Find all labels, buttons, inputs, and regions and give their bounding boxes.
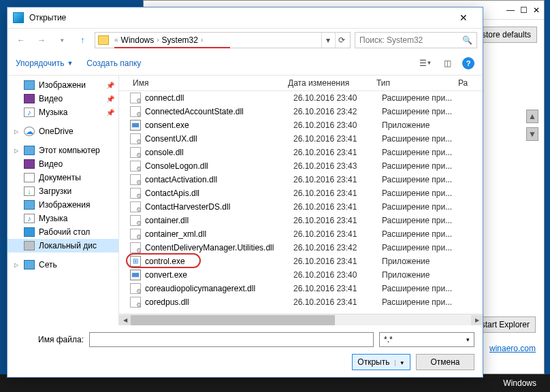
sidebar-item[interactable]: Видео (7, 157, 118, 171)
bg-minimize-icon[interactable]: — (506, 5, 515, 15)
scroll-track[interactable] (131, 315, 471, 325)
tree-item-icon (24, 80, 35, 90)
file-date: 26.10.2016 23:41 (293, 175, 382, 184)
column-name[interactable]: Имя (119, 78, 282, 88)
file-name: convert.exe (145, 270, 293, 280)
column-type[interactable]: Тип (371, 78, 453, 88)
file-date: 26.10.2016 23:43 (293, 161, 382, 171)
search-box[interactable]: 🔍 (355, 32, 477, 48)
dll-file-icon (130, 133, 141, 144)
sidebar-item[interactable]: Локальный дис (7, 239, 118, 252)
move-up-icon[interactable]: ▲ (526, 110, 538, 123)
column-size[interactable]: Ра (453, 78, 483, 88)
sidebar-item[interactable]: Загрузки (7, 184, 118, 198)
file-row[interactable]: coreaudiopolicymanagerext.dll26.10.2016 … (119, 282, 483, 295)
file-row[interactable]: console.dll26.10.2016 23:41Расширение пр… (119, 146, 483, 159)
tree-item-label: Рабочий стол (39, 227, 90, 237)
chevron-right-icon[interactable]: › (157, 36, 159, 44)
chevron-right-icon[interactable]: › (201, 36, 203, 44)
dll-file-icon (130, 229, 141, 240)
new-folder-button[interactable]: Создать папку (86, 59, 141, 68)
file-row[interactable]: coredpus.dll26.10.2016 23:41Расширение п… (119, 295, 483, 309)
file-date: 26.10.2016 23:41 (293, 134, 382, 144)
view-options-icon[interactable]: ☰ ▼ (419, 57, 432, 69)
tree-item-icon (24, 260, 35, 270)
column-date[interactable]: Дата изменения (282, 78, 371, 88)
scroll-left-icon[interactable]: ◀ (119, 315, 131, 325)
navigation-bar: ← → ▾ ↑ « Windows › System32 › ▾ ⟳ 🔍 (7, 28, 483, 51)
preview-pane-icon[interactable]: ◫ (440, 57, 454, 69)
open-file-dialog: Открытие ✕ ← → ▾ ↑ « Windows › System32 … (7, 7, 483, 378)
search-icon[interactable]: 🔍 (462, 35, 472, 45)
file-row[interactable]: container.dll26.10.2016 23:41Расширение … (119, 214, 483, 227)
recent-dropdown-icon[interactable]: ▾ (54, 32, 70, 48)
file-type: Расширение при... (382, 229, 464, 239)
column-headers[interactable]: Имя Дата изменения Тип Ра (119, 76, 483, 91)
file-row[interactable]: connect.dll26.10.2016 23:40Расширение пр… (119, 91, 483, 105)
expand-icon[interactable]: ▷ (14, 148, 18, 154)
expand-icon[interactable]: ▷ (14, 262, 18, 268)
sidebar-item[interactable]: Видео📌 (7, 92, 118, 105)
pin-icon: 📌 (106, 82, 114, 89)
file-row[interactable]: ContactHarvesterDS.dll26.10.2016 23:41Ра… (119, 200, 483, 214)
search-input[interactable] (359, 35, 462, 45)
file-date: 26.10.2016 23:42 (293, 107, 382, 116)
help-icon[interactable]: ? (462, 57, 474, 69)
file-row[interactable]: consent.exe26.10.2016 23:40Приложение (119, 118, 483, 132)
expand-icon[interactable]: ▷ (14, 129, 18, 135)
file-list[interactable]: connect.dll26.10.2016 23:40Расширение пр… (119, 91, 483, 314)
refresh-icon[interactable]: ⟳ (335, 33, 347, 48)
scroll-right-icon[interactable]: ▶ (471, 315, 483, 325)
breadcrumb[interactable]: « Windows › System32 › ▾ ⟳ (95, 32, 351, 48)
sidebar-item[interactable]: Музыка📌 (7, 105, 118, 119)
filename-input[interactable] (89, 332, 374, 347)
horizontal-scrollbar[interactable]: ◀ ▶ (119, 314, 483, 325)
bg-maximize-icon[interactable]: ☐ (520, 5, 528, 15)
navigation-tree[interactable]: Изображени📌Видео📌Музыка📌▷OneDrive▷Этот к… (7, 76, 119, 325)
file-row[interactable]: control.exe26.10.2016 23:41Приложение (119, 255, 483, 268)
file-row[interactable]: ContactApis.dll26.10.2016 23:41Расширени… (119, 186, 483, 200)
winaero-link[interactable]: winaero.com (489, 344, 536, 353)
file-row[interactable]: convert.exe26.10.2016 23:40Приложение (119, 268, 483, 282)
open-button[interactable]: Открыть ▼ (352, 354, 410, 370)
breadcrumb-windows[interactable]: Windows (121, 35, 155, 45)
sidebar-item[interactable]: ▷Сеть (7, 258, 118, 272)
sidebar-item[interactable]: ▷Этот компьютер (7, 144, 118, 157)
back-button[interactable]: ← (13, 32, 29, 48)
breadcrumb-dropdown-icon[interactable]: ▾ (321, 33, 334, 48)
file-row[interactable]: ConnectedAccountState.dll26.10.2016 23:4… (119, 105, 483, 118)
scroll-thumb[interactable] (131, 315, 335, 325)
file-date: 26.10.2016 23:41 (293, 189, 382, 198)
tree-item-label: Сеть (39, 260, 57, 270)
bg-close-icon[interactable]: ✕ (533, 5, 540, 15)
tree-item-icon (24, 227, 35, 237)
sidebar-item[interactable]: Рабочий стол (7, 225, 118, 239)
tree-item-icon (24, 94, 35, 103)
tree-item-label: Музыка (39, 214, 67, 223)
breadcrumb-system32[interactable]: System32 (162, 35, 198, 45)
file-filter-dropdown[interactable]: *.* ▾ (379, 332, 474, 347)
file-row[interactable]: ConsentUX.dll26.10.2016 23:41Расширение … (119, 132, 483, 146)
file-name: ContentDeliveryManager.Utilities.dll (145, 243, 293, 252)
sidebar-item[interactable]: ▷OneDrive (7, 125, 118, 138)
file-type: Расширение при... (382, 202, 464, 212)
taskbar-label: Windows (503, 378, 536, 388)
move-down-icon[interactable]: ▼ (526, 127, 538, 141)
cancel-button[interactable]: Отмена (416, 354, 474, 370)
sidebar-item[interactable]: Изображения (7, 198, 118, 212)
sidebar-item[interactable]: Изображени📌 (7, 78, 118, 92)
file-name: console.dll (145, 148, 293, 157)
sidebar-item[interactable]: Музыка (7, 212, 118, 225)
filename-label: Имя файла: (16, 335, 84, 344)
start-explorer-button[interactable]: start Explorer (475, 316, 536, 333)
close-button[interactable]: ✕ (450, 8, 477, 27)
file-row[interactable]: contactActivation.dll26.10.2016 23:41Рас… (119, 173, 483, 186)
up-button[interactable]: ↑ (74, 32, 91, 48)
breadcrumb-root-icon[interactable]: « (114, 36, 118, 44)
organize-menu[interactable]: Упорядочить ▼ (16, 59, 73, 68)
file-row[interactable]: container_xml.dll26.10.2016 23:41Расшире… (119, 227, 483, 241)
file-row[interactable]: ContentDeliveryManager.Utilities.dll26.1… (119, 241, 483, 255)
file-row[interactable]: ConsoleLogon.dll26.10.2016 23:43Расширен… (119, 159, 483, 173)
sidebar-item[interactable]: Документы (7, 171, 118, 184)
tree-item-icon (24, 146, 35, 155)
